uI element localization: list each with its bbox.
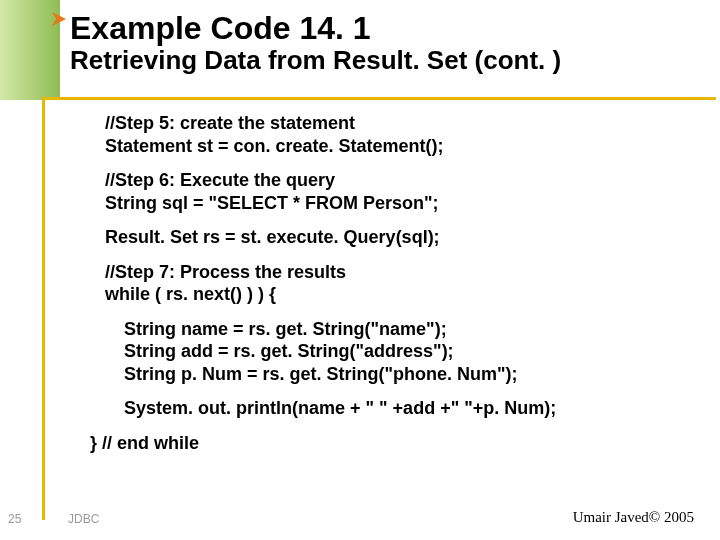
code-line: //Step 7: Process the results <box>105 261 700 284</box>
code-line: Statement st = con. create. Statement(); <box>105 135 700 158</box>
code-line: //Step 6: Execute the query <box>105 169 700 192</box>
code-line: Result. Set rs = st. execute. Query(sql)… <box>105 226 700 249</box>
code-line: //Step 5: create the statement <box>105 112 700 135</box>
code-line: System. out. println(name + " " +add +" … <box>124 397 700 420</box>
slide-title: Example Code 14. 1 <box>70 12 700 46</box>
code-line: String name = rs. get. String("name"); <box>124 318 700 341</box>
footer-author: Umair Javed© 2005 <box>573 509 694 526</box>
side-accent-line <box>42 100 45 520</box>
code-line: } // end while <box>90 432 700 455</box>
accent-bar <box>0 0 60 100</box>
title-block: Example Code 14. 1 Retrieving Data from … <box>70 12 700 74</box>
slide-content: //Step 5: create the statement Statement… <box>90 112 700 466</box>
slide-header: Example Code 14. 1 Retrieving Data from … <box>0 0 720 100</box>
slide-number: 25 <box>8 512 21 526</box>
code-line: while ( rs. next() ) ) { <box>105 283 700 306</box>
code-line: String p. Num = rs. get. String("phone. … <box>124 363 700 386</box>
title-underline <box>42 97 716 100</box>
code-line: String sql = "SELECT * FROM Person"; <box>105 192 700 215</box>
footer-label: JDBC <box>68 512 99 526</box>
slide-subtitle: Retrieving Data from Result. Set (cont. … <box>70 46 700 75</box>
code-line: String add = rs. get. String("address"); <box>124 340 700 363</box>
